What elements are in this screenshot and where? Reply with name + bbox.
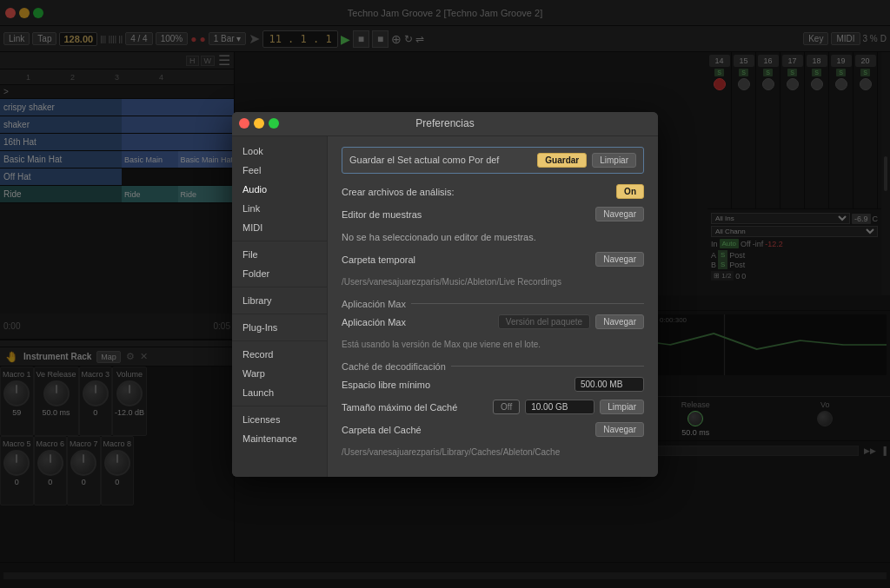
cache-folder-label: Carpeta del Caché [342, 425, 590, 435]
max-app-row: Aplicación Max Versión del paquete Naveg… [342, 313, 644, 332]
temp-folder-browse-btn[interactable]: Navegar [595, 252, 644, 267]
modal-maximize-btn[interactable] [269, 118, 279, 129]
analysis-label: Crear archivos de análisis: [342, 187, 611, 197]
sample-editor-label: Editor de muestras [342, 209, 590, 220]
preferences-dialog: Preferencias Look Feel Audio Link MIDI F… [232, 112, 658, 477]
max-cache-label: Tamaño máximo del Caché [342, 402, 488, 413]
modal-title: Preferencias [415, 117, 474, 129]
sidebar-item-look[interactable]: Look [232, 142, 327, 161]
sidebar-divider-5 [232, 406, 327, 406]
sidebar-item-link[interactable]: Link [232, 199, 327, 218]
no-editor-text: No se ha seleccionado un editor de muest… [342, 232, 536, 242]
modal-minimize-btn[interactable] [254, 118, 264, 129]
save-default-label: Guardar el Set actual como Por def [349, 155, 532, 165]
preferences-sidebar: Look Feel Audio Link MIDI File Folder Li… [232, 136, 328, 477]
sidebar-item-feel[interactable]: Feel [232, 161, 327, 180]
modal-traffic-lights [239, 118, 279, 129]
max-section-title: Aplicación Max [342, 299, 406, 309]
sidebar-item-file[interactable]: File [232, 245, 327, 264]
max-cache-row: Tamaño máximo del Caché Off Limpiar [342, 398, 644, 417]
sidebar-item-record[interactable]: Record [232, 345, 327, 364]
cache-section-line [451, 366, 644, 367]
modal-close-btn[interactable] [239, 118, 249, 129]
cache-folder-path-row: /Users/vanesajuarezparis/Library/Caches/… [342, 443, 644, 462]
max-app-label: Aplicación Max [342, 317, 493, 327]
sidebar-item-library[interactable]: Library [232, 291, 327, 310]
max-version-display: Versión del paquete [498, 314, 590, 329]
sidebar-item-folder[interactable]: Folder [232, 264, 327, 283]
save-default-row: Guardar el Set actual como Por def Guard… [342, 147, 644, 174]
cache-section-header: Caché de decodificación [342, 361, 644, 372]
cache-folder-browse-btn[interactable]: Navegar [595, 422, 644, 437]
no-editor-row: No se ha seleccionado un editor de muest… [342, 228, 644, 247]
temp-folder-path-row: /Users/vanesajuarezparis/Music/Ableton/L… [342, 273, 644, 292]
analysis-toggle[interactable]: On [616, 184, 644, 199]
clear-save-button[interactable]: Limpiar [592, 153, 636, 168]
sidebar-divider-3 [232, 314, 327, 314]
sidebar-item-launch[interactable]: Launch [232, 383, 327, 402]
modal-body: Look Feel Audio Link MIDI File Folder Li… [232, 136, 658, 477]
temp-folder-path: /Users/vanesajuarezparis/Music/Ableton/L… [342, 277, 561, 287]
free-space-label: Espacio libre mínimo [342, 380, 569, 390]
max-cache-input[interactable] [525, 400, 594, 414]
save-button[interactable]: Guardar [537, 153, 587, 168]
temp-folder-label: Carpeta temporal [342, 254, 590, 265]
max-using-label: Está usando la versión de Max que viene … [342, 340, 541, 349]
cache-folder-row: Carpeta del Caché Navegar [342, 420, 644, 439]
modal-titlebar: Preferencias [232, 112, 658, 136]
sidebar-item-audio[interactable]: Audio [232, 180, 327, 199]
sidebar-divider-1 [232, 241, 327, 241]
sidebar-item-maintenance[interactable]: Maintenance [232, 429, 327, 448]
max-browse-btn[interactable]: Navegar [595, 314, 644, 329]
sidebar-item-licenses[interactable]: Licenses [232, 410, 327, 429]
max-section-line [411, 303, 644, 304]
free-space-input[interactable] [575, 377, 644, 392]
analysis-row: Crear archivos de análisis: On [342, 182, 644, 202]
cache-section-title: Caché de decodificación [342, 361, 446, 372]
modal-overlay: Preferencias Look Feel Audio Link MIDI F… [0, 0, 890, 588]
cache-folder-path: /Users/vanesajuarezparis/Library/Caches/… [342, 447, 560, 457]
cache-clear-btn[interactable]: Limpiar [600, 400, 644, 414]
sidebar-item-plugins[interactable]: Plug-Ins [232, 318, 327, 337]
max-section-header: Aplicación Max [342, 299, 644, 309]
sidebar-item-midi[interactable]: MIDI [232, 218, 327, 237]
sidebar-item-warp[interactable]: Warp [232, 364, 327, 383]
temp-folder-row: Carpeta temporal Navegar [342, 250, 644, 269]
cache-off-btn[interactable]: Off [493, 400, 520, 414]
sidebar-divider-2 [232, 287, 327, 287]
preferences-content: Guardar el Set actual como Por def Guard… [328, 136, 658, 477]
free-space-row: Espacio libre mínimo [342, 375, 644, 394]
sidebar-divider-4 [232, 340, 327, 341]
sample-editor-row: Editor de muestras Navegar [342, 205, 644, 224]
max-using-row: Está usando la versión de Max que viene … [342, 335, 644, 354]
sample-editor-browse-btn[interactable]: Navegar [595, 207, 644, 221]
